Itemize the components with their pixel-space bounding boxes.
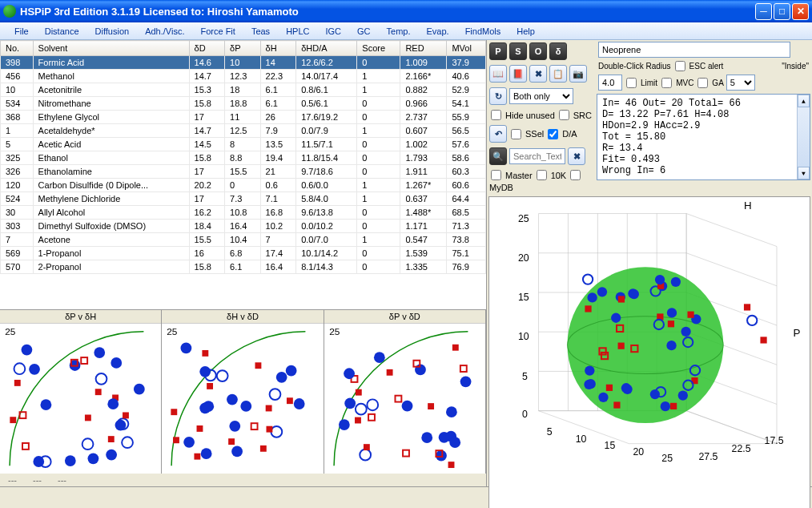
svg-rect-13 [10,417,16,423]
book-open-icon[interactable]: 📖 [489,65,507,83]
status-dashes: --------- [0,474,486,486]
col-header[interactable]: δD [189,41,225,56]
refresh-icon[interactable]: ↻ [489,87,507,105]
plot-2d[interactable]: δP v δD25 [324,310,486,474]
col-header[interactable]: Score [357,41,400,56]
table-cell: 0.607 [400,124,447,138]
table-row[interactable]: 456Methanol14.712.322.314.0/17.412.166*4… [1,70,486,83]
close-button[interactable]: ✕ [792,3,809,20]
limit-checkbox[interactable] [626,78,637,88]
plot-2d[interactable]: δP v δH25 [0,310,162,474]
table-row[interactable]: 1Acetaldehyde*14.712.57.90.0/7.910.60756… [1,124,486,138]
table-row[interactable]: 5691-Propanol166.817.410.1/14.201.53975.… [1,247,486,260]
table-row[interactable]: 524Methylene Dichloride177.37.15.8/4.010… [1,192,486,206]
svg-point-126 [667,308,677,317]
table-cell: 10 [225,56,261,70]
table-row[interactable]: 368Ethylene Glycol17112617.6/19.202.7375… [1,111,486,124]
table-row[interactable]: 120Carbon Disulfide (0 Dipole...20.200.6… [1,179,486,192]
menu-igc[interactable]: IGC [317,24,349,38]
p-button[interactable]: P [489,42,507,60]
master-checkbox[interactable] [491,170,501,180]
table-row[interactable]: 303Dimethyl Sulfoxide (DMSO)18.416.410.2… [1,220,486,233]
table-cell: 0.547 [400,233,447,247]
camera-icon[interactable]: 📷 [569,65,587,83]
table-row[interactable]: 30Allyl Alcohol16.210.816.89.6/13.801.48… [1,206,486,220]
da-checkbox[interactable] [548,129,558,139]
book-icon[interactable]: 📕 [509,65,527,83]
table-row[interactable]: 325Ethanol15.88.819.411.8/15.401.79358.6 [1,151,486,165]
tenk-checkbox[interactable] [537,170,547,180]
svg-text:5: 5 [522,371,528,382]
col-header[interactable]: δH [260,41,296,56]
menu-adhvisc[interactable]: Adh./Visc. [137,24,192,38]
ssel-checkbox[interactable] [511,129,521,139]
o-button[interactable]: O [529,42,547,60]
col-header[interactable]: Solvent [33,41,189,56]
search-input[interactable] [509,148,565,164]
table-cell: 0.0/10.2 [296,220,357,233]
svg-rect-149 [606,385,613,391]
menu-hplc[interactable]: HPLC [278,24,317,38]
scroll-down-icon[interactable]: ▼ [798,167,810,179]
delete-icon[interactable]: ✖ [529,65,547,83]
svg-point-49 [200,366,211,377]
name-input[interactable] [598,42,790,58]
table-row[interactable]: 7Acetone15.510.470.0/7.010.54773.8 [1,233,486,247]
table-cell: 10.4 [225,233,261,247]
table-row[interactable]: 5702-Propanol15.86.116.48.1/14.301.33576… [1,260,486,274]
src-checkbox[interactable] [559,110,569,120]
ga-checkbox[interactable] [697,78,708,88]
table-row[interactable]: 326Ethanolamine1715.5219.7/18.601.91160.… [1,165,486,179]
svg-point-9 [94,347,105,358]
menu-gc[interactable]: GC [349,24,379,38]
menu-distance[interactable]: Distance [37,24,87,38]
menu-help[interactable]: Help [509,24,543,38]
minimize-button[interactable]: ─ [755,3,772,20]
scroll-up-icon[interactable]: ▲ [798,95,810,107]
window-title: HSPiP 3rd Edition 3.1.19 Licensed to: Hi… [20,6,755,18]
solvent-table[interactable]: No.SolventδDδPδHδHD/AScoreREDMVol398Form… [0,40,486,309]
table-cell: 368 [1,111,34,124]
esc-checkbox[interactable] [675,61,685,71]
menu-diffusion[interactable]: Diffusion [87,24,138,38]
table-row[interactable]: 10Acetonitrile15.3186.10.8/6.110.88252.9 [1,83,486,97]
table-cell: 5.8/4.0 [296,192,357,206]
stats-scrollbar[interactable]: ▲ ▼ [797,95,810,179]
undo-icon[interactable]: ↶ [489,125,507,143]
col-header[interactable]: No. [1,41,34,56]
menu-forcefit[interactable]: Force Fit [192,24,243,38]
table-row[interactable]: 534Nitromethane15.818.86.10.5/6.100.9665… [1,97,486,111]
table-row[interactable]: 5Acetic Acid14.5813.511.5/7.101.00257.6 [1,138,486,151]
search-icon[interactable]: 🔍 [489,147,507,165]
menu-evap[interactable]: Evap. [419,24,457,38]
plot-3d[interactable]: 25 20 15 10 5 0 5 10 15 20 25 27.5 22.5 … [488,196,810,508]
col-header[interactable]: RED [400,41,447,56]
table-row[interactable]: 398Formic Acid14.6101412.6/6.201.00937.9 [1,56,486,70]
hide-unused-checkbox[interactable] [491,110,501,120]
svg-point-143 [622,385,632,394]
delta-button[interactable]: δ [549,42,567,60]
copy-icon[interactable]: 📋 [549,65,567,83]
table-cell: 9.6/13.8 [296,206,357,220]
menu-findmols[interactable]: FindMols [457,24,509,38]
col-header[interactable]: δP [225,41,261,56]
radius-input[interactable] [598,75,622,91]
mvc-label: MVC [676,79,693,87]
plot-2d[interactable]: δH v δD25 [162,310,324,474]
col-header[interactable]: δHD/A [296,41,357,56]
menu-file[interactable]: File [6,24,37,38]
menu-temp[interactable]: Temp. [379,24,419,38]
filter-select[interactable]: Both only [509,88,573,104]
svg-rect-70 [403,450,409,457]
svg-point-48 [203,401,215,412]
maximize-button[interactable]: □ [774,3,790,20]
table-cell: 1 [357,124,400,138]
clear-search-icon[interactable]: ✖ [568,147,585,165]
s-button[interactable]: S [509,42,527,60]
menu-teas[interactable]: Teas [243,24,278,38]
mvc-checkbox[interactable] [661,78,672,88]
mydb-checkbox[interactable] [570,170,581,180]
svg-text:27.5: 27.5 [699,451,718,462]
ga-select[interactable]: 5 [726,75,755,91]
col-header[interactable]: MVol [447,41,486,56]
